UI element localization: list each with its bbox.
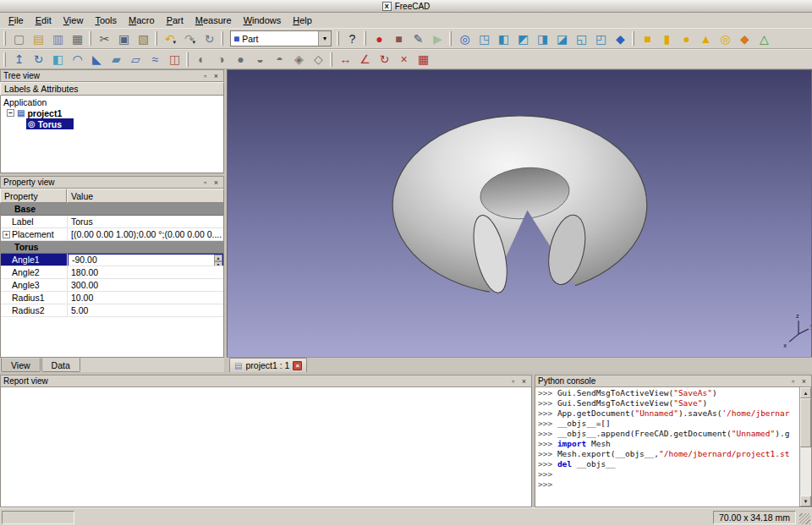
refresh-button[interactable]: ↻ bbox=[200, 30, 219, 47]
property-row-angle3[interactable]: Angle3300.00 bbox=[1, 279, 223, 292]
property-row-radius1[interactable]: Radius110.00 bbox=[1, 292, 223, 304]
measure-linear-button[interactable]: ↔ bbox=[336, 51, 355, 68]
toolbar-handle[interactable] bbox=[155, 31, 157, 46]
whats-this-button[interactable]: ? bbox=[343, 30, 362, 47]
report-view-content[interactable] bbox=[0, 387, 532, 507]
tab-close-icon[interactable]: × bbox=[293, 361, 302, 370]
property-row-angle1[interactable]: Angle1-90.00▲▼ bbox=[1, 254, 223, 266]
boolean-union-button[interactable]: ● bbox=[231, 51, 250, 68]
undo-button[interactable]: ↶▾ bbox=[161, 30, 180, 47]
property-row-angle2[interactable]: Angle2180.00 bbox=[1, 266, 223, 279]
measure-refresh-button[interactable]: ↻ bbox=[375, 51, 394, 68]
measure-toggle-button[interactable]: ▦ bbox=[414, 51, 433, 68]
macro-record-button[interactable]: ● bbox=[370, 30, 389, 47]
tree-view-header[interactable]: Tree view ▫ × bbox=[0, 69, 224, 82]
scroll-down-icon[interactable]: ▼ bbox=[800, 496, 811, 507]
part-extrude-button[interactable]: ↥ bbox=[9, 51, 29, 68]
menu-edit[interactable]: Edit bbox=[30, 14, 58, 27]
toolbar-handle[interactable] bbox=[364, 31, 366, 46]
toolbar-handle[interactable] bbox=[221, 31, 223, 46]
view-bottom-button[interactable]: ◱ bbox=[572, 30, 591, 47]
float-icon[interactable]: ▫ bbox=[787, 376, 798, 386]
menu-macro[interactable]: Macro bbox=[123, 14, 161, 27]
open-folder-button[interactable]: ▤ bbox=[29, 30, 48, 47]
property-value[interactable]: -90.00▲▼ bbox=[68, 254, 223, 266]
view-rear-button[interactable]: ◪ bbox=[552, 30, 572, 47]
measure-clear-button[interactable]: × bbox=[394, 51, 414, 68]
tab-data[interactable]: Data bbox=[41, 358, 80, 372]
part-cone-button[interactable]: ▲ bbox=[696, 30, 716, 47]
redo-button[interactable]: ↷▾ bbox=[180, 30, 200, 47]
float-icon[interactable]: ▫ bbox=[200, 178, 211, 188]
toolbar-handle[interactable] bbox=[89, 31, 91, 46]
boolean-button[interactable]: ◐ bbox=[192, 51, 211, 68]
tree-column-header[interactable]: Labels & Attributes bbox=[0, 82, 224, 96]
scrollbar-thumb[interactable] bbox=[800, 398, 811, 447]
shape-builder-button[interactable]: △ bbox=[754, 30, 774, 47]
print-button[interactable]: ▦ bbox=[68, 30, 87, 47]
boolean-common-button[interactable]: ◒ bbox=[250, 51, 270, 68]
tree-item-project1[interactable]: − ▤ project1 bbox=[1, 107, 223, 118]
scrollbar-track[interactable] bbox=[800, 447, 811, 496]
property-row-radius2[interactable]: Radius25.00 bbox=[1, 304, 223, 317]
part-box-button[interactable]: ■ bbox=[638, 30, 657, 47]
copy-button[interactable]: ▣ bbox=[114, 30, 134, 47]
macro-play-button[interactable]: ▶ bbox=[428, 30, 447, 47]
float-icon[interactable]: ▫ bbox=[508, 376, 518, 386]
part-cylinder-button[interactable]: ▮ bbox=[657, 30, 677, 47]
menu-help[interactable]: Help bbox=[287, 14, 318, 27]
toolbar-handle[interactable] bbox=[3, 52, 6, 67]
split-slice-button[interactable]: ◇ bbox=[309, 51, 328, 68]
join-connect-button[interactable]: ◈ bbox=[289, 51, 309, 68]
view-left-button[interactable]: ◰ bbox=[591, 30, 611, 47]
python-console-scrollbar[interactable]: ▲ ▼ bbox=[799, 387, 811, 507]
tree-expander-icon[interactable]: − bbox=[7, 109, 14, 117]
float-icon[interactable]: ▫ bbox=[200, 71, 211, 81]
toolbar-handle[interactable] bbox=[632, 31, 634, 46]
property-value[interactable]: 5.00 bbox=[68, 304, 223, 316]
paste-button[interactable]: ▧ bbox=[134, 30, 153, 47]
cut-scissors-button[interactable]: ✂ bbox=[95, 30, 114, 47]
view-right-button[interactable]: ◨ bbox=[533, 30, 552, 47]
close-icon[interactable]: × bbox=[211, 71, 222, 81]
property-value[interactable]: Torus bbox=[68, 216, 223, 227]
close-icon[interactable]: × bbox=[518, 376, 529, 386]
tab-view[interactable]: View bbox=[1, 358, 41, 372]
property-group-torus[interactable]: Torus bbox=[1, 241, 223, 254]
part-sweep-button[interactable]: ≈ bbox=[145, 51, 165, 68]
menu-view[interactable]: View bbox=[58, 14, 90, 27]
viewport-canvas[interactable]: z y x bbox=[228, 70, 811, 357]
macro-stop-button[interactable]: ■ bbox=[389, 30, 409, 47]
title-bar[interactable]: X FreeCAD bbox=[0, 0, 812, 13]
part-ruled-surface-button[interactable]: ▰ bbox=[107, 51, 126, 68]
property-value[interactable]: 300.00 bbox=[68, 279, 223, 291]
menu-windows[interactable]: Windows bbox=[238, 14, 288, 27]
property-view-header[interactable]: Property view ▫ × bbox=[0, 176, 224, 189]
toolbar-handle[interactable] bbox=[3, 31, 6, 46]
part-fillet-button[interactable]: ◠ bbox=[68, 51, 87, 68]
workbench-selector[interactable]: ■ Part ▾ bbox=[230, 30, 332, 47]
menu-measure[interactable]: Measure bbox=[189, 14, 238, 27]
property-row-placement[interactable]: +Placement[(0.00 0.00 1.00);0.00 °;(0.00… bbox=[1, 228, 223, 241]
close-icon[interactable]: × bbox=[211, 178, 222, 188]
toolbar-handle[interactable] bbox=[337, 31, 339, 46]
fit-all-button[interactable]: ◎ bbox=[455, 30, 475, 47]
view-axonometric-button[interactable]: ◳ bbox=[475, 30, 494, 47]
toolbar-handle[interactable] bbox=[330, 52, 332, 67]
part-torus-button[interactable]: ◎ bbox=[716, 30, 735, 47]
toolbar-handle[interactable] bbox=[186, 52, 189, 67]
macro-edit-button[interactable]: ✎ bbox=[409, 30, 428, 47]
compound-button[interactable]: ◓ bbox=[270, 51, 289, 68]
report-view-header[interactable]: Report view ▫ × bbox=[0, 375, 532, 387]
boolean-cut-button[interactable]: ◑ bbox=[211, 51, 231, 68]
spin-down-button[interactable]: ▼ bbox=[214, 261, 222, 266]
measure-angular-button[interactable]: ∠ bbox=[355, 51, 375, 68]
python-console-content[interactable]: >>> Gui.SendMsgToActiveView("SaveAs")>>>… bbox=[535, 387, 799, 507]
part-section-button[interactable]: ◫ bbox=[165, 51, 184, 68]
resize-grip-icon[interactable] bbox=[799, 513, 810, 524]
menu-part[interactable]: Part bbox=[161, 14, 189, 27]
column-header-value[interactable]: Value bbox=[67, 189, 224, 203]
property-value[interactable]: 180.00 bbox=[68, 266, 223, 278]
menu-file[interactable]: File bbox=[3, 14, 30, 27]
new-document-button[interactable]: ▢ bbox=[9, 30, 29, 47]
